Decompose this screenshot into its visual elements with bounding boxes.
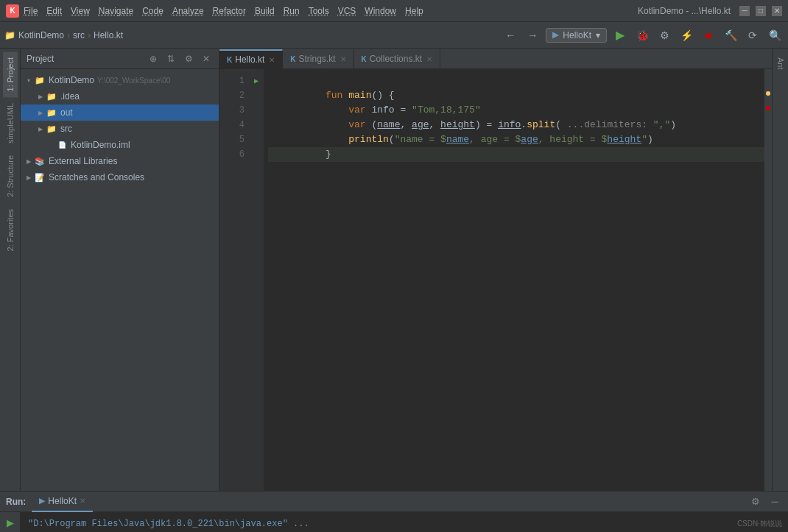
right-tab-ant[interactable]: Ant xyxy=(773,52,788,76)
menu-edit[interactable]: Edit xyxy=(46,6,62,16)
sidebar-tab-structure[interactable]: 2: Structure xyxy=(3,149,18,203)
line-numbers: 1 2 3 4 5 6 xyxy=(219,69,249,491)
run-config-dropdown[interactable]: ▶ HelloKt ▾ xyxy=(546,28,607,43)
run-button[interactable]: ▶ xyxy=(611,26,629,44)
sidebar-tab-project[interactable]: 1: Project xyxy=(3,52,18,97)
project-panel-title: Project xyxy=(27,54,142,64)
toolbar: 📁 KotlinDemo › src › Hello.kt ← → ▶ Hell… xyxy=(0,22,788,49)
menu-vcs[interactable]: VCS xyxy=(338,6,356,16)
tab-close-collections[interactable]: ✕ xyxy=(426,55,432,63)
folder-icon-idea: 📁 xyxy=(46,91,57,102)
menu-code[interactable]: Code xyxy=(142,6,163,16)
right-sidebar: Ant xyxy=(772,49,788,491)
breadcrumb-project[interactable]: 📁 xyxy=(4,30,15,40)
tab-label-collections: Collections.kt xyxy=(370,54,422,64)
tree-item-external-libraries[interactable]: ▶ 📚 External Libraries xyxy=(21,153,219,169)
stop-button[interactable]: ■ xyxy=(700,26,717,44)
menu-run[interactable]: Run xyxy=(284,6,300,16)
breadcrumb-src[interactable]: src xyxy=(73,30,85,40)
run-again-button[interactable]: ▶ xyxy=(3,515,18,530)
build-button[interactable]: 🔨 xyxy=(722,26,739,44)
menu-view[interactable]: View xyxy=(71,6,90,16)
panel-close-button[interactable]: ✕ xyxy=(200,52,213,65)
panel-close-button[interactable]: ─ xyxy=(767,494,782,509)
bottom-panel: Run: ▶ HelloKt ✕ ⚙ ─ ▶ ↑ ■ ↓ ↩ "D:\Progr… xyxy=(0,491,788,532)
console-output: "D:\Program Files\Java\jdk1.8.0_221\bin\… xyxy=(21,512,788,532)
left-sidebar-tabs: 1: Project simpleUML 2: Structure 2: Fav… xyxy=(0,49,21,491)
sidebar-tab-favorites[interactable]: 2: Favorites xyxy=(3,203,18,257)
tab-close-hello[interactable]: ✕ xyxy=(269,56,275,64)
menu-file[interactable]: File xyxy=(24,6,38,16)
tab-label-strings: Strings.kt xyxy=(298,54,335,64)
code-line-6 xyxy=(268,147,764,162)
run-label: Run: xyxy=(6,497,26,507)
tree-item-scratches[interactable]: ▶ 📝 Scratches and Consoles xyxy=(21,169,219,185)
tab-close-strings[interactable]: ✕ xyxy=(340,55,346,63)
sidebar-tab-simpleuml[interactable]: simpleUML xyxy=(3,97,18,149)
code-lines[interactable]: fun main() { var info = "Tom,18,175" var… xyxy=(264,69,764,491)
tree-label-src: src xyxy=(60,124,72,134)
iml-icon: 📄 xyxy=(56,139,68,151)
tree-arrow-libraries: ▶ xyxy=(24,156,34,166)
run-indicator-1[interactable]: ▶ xyxy=(249,74,264,88)
run-tab-hellokr[interactable]: ▶ HelloKt ✕ xyxy=(32,492,93,512)
line-number-6: 6 xyxy=(219,147,245,162)
panel-add-button[interactable]: ⊕ xyxy=(147,52,160,65)
tree-item-kotlindemo[interactable]: ▾ 📁 KotlinDemo Y:\002_WorkSpace\00 xyxy=(21,72,219,88)
tree-label-idea: .idea xyxy=(60,91,80,102)
menu-tools[interactable]: Tools xyxy=(309,6,329,16)
tree-item-idea[interactable]: ▶ 📁 .idea xyxy=(21,88,219,104)
maximize-button[interactable]: □ xyxy=(756,6,766,16)
search-icon[interactable]: 🔍 xyxy=(766,26,784,44)
tree-item-iml[interactable]: ▶ 📄 KotlinDemo.iml xyxy=(21,137,219,153)
scroll-mark-yellow xyxy=(766,91,770,96)
folder-icon-kotlindemo: 📁 xyxy=(34,74,46,86)
menu-refactor[interactable]: Refactor xyxy=(213,6,246,16)
tab-collections-kt[interactable]: K Collections.kt ✕ xyxy=(354,49,441,68)
code-editor[interactable]: 1 2 3 4 5 6 ▶ fun main() { xyxy=(219,69,772,491)
menu-navigate[interactable]: Navigate xyxy=(99,6,133,16)
debug-button[interactable]: 🐞 xyxy=(633,26,651,44)
title-bar: K File Edit View Navigate Code Analyze R… xyxy=(0,0,788,22)
panel-settings-icon[interactable]: ⚙ xyxy=(182,52,195,65)
line-number-1: 1 xyxy=(219,74,245,88)
line-number-3: 3 xyxy=(219,103,245,118)
close-button[interactable]: ✕ xyxy=(772,6,782,16)
breadcrumb-file[interactable]: Hello.kt xyxy=(94,30,123,40)
scroll-indicator xyxy=(764,69,772,491)
run-tab-close[interactable]: ✕ xyxy=(80,497,85,505)
menu-window[interactable]: Window xyxy=(365,6,396,16)
project-panel-header: Project ⊕ ⇅ ⚙ ✕ xyxy=(21,49,219,69)
coverage-button[interactable]: ⚙ xyxy=(655,26,673,44)
window-controls: ─ □ ✕ xyxy=(739,6,782,16)
menu-bar: File Edit View Navigate Code Analyze Ref… xyxy=(24,6,629,16)
minimize-button[interactable]: ─ xyxy=(739,6,750,16)
menu-analyze[interactable]: Analyze xyxy=(172,6,204,16)
project-tree: ▾ 📁 KotlinDemo Y:\002_WorkSpace\00 ▶ 📁 .… xyxy=(21,69,219,491)
editor-tabs: K Hello.kt ✕ K Strings.kt ✕ K Collection… xyxy=(219,49,772,69)
tree-item-src[interactable]: ▶ 📁 src xyxy=(21,121,219,137)
tab-strings-kt[interactable]: K Strings.kt ✕ xyxy=(283,49,353,68)
forward-button[interactable]: → xyxy=(524,26,541,44)
watermark: CSDN·韩锐说 xyxy=(737,519,782,529)
console-controls: ▶ ↑ ■ ↓ ↩ xyxy=(0,512,21,532)
menu-help[interactable]: Help xyxy=(405,6,423,16)
tree-arrow-kotlindemo: ▾ xyxy=(24,75,34,85)
run-panel-tabs: Run: ▶ HelloKt ✕ ⚙ ─ xyxy=(0,492,788,512)
tab-hello-kt[interactable]: K Hello.kt ✕ xyxy=(219,49,283,68)
tab-icon-hello: K xyxy=(227,56,232,64)
reload-button[interactable]: ⟳ xyxy=(744,26,761,44)
back-button[interactable]: ← xyxy=(502,26,519,44)
app-logo: K xyxy=(6,4,19,18)
library-icon: 📚 xyxy=(34,155,46,167)
tree-arrow-src: ▶ xyxy=(35,124,46,134)
profile-button[interactable]: ⚡ xyxy=(678,26,695,44)
tree-item-out[interactable]: ▶ 📁 out xyxy=(21,104,219,121)
menu-build[interactable]: Build xyxy=(255,6,275,16)
bottom-panel-controls: ⚙ ─ xyxy=(748,494,782,509)
breadcrumb-kotlindemo[interactable]: KotlinDemo xyxy=(18,30,64,40)
settings-icon[interactable]: ⚙ xyxy=(748,494,763,509)
panel-expand-button[interactable]: ⇅ xyxy=(164,52,177,65)
line-number-5: 5 xyxy=(219,132,245,147)
window-title: KotlinDemo - ...\Hello.kt xyxy=(638,6,731,16)
